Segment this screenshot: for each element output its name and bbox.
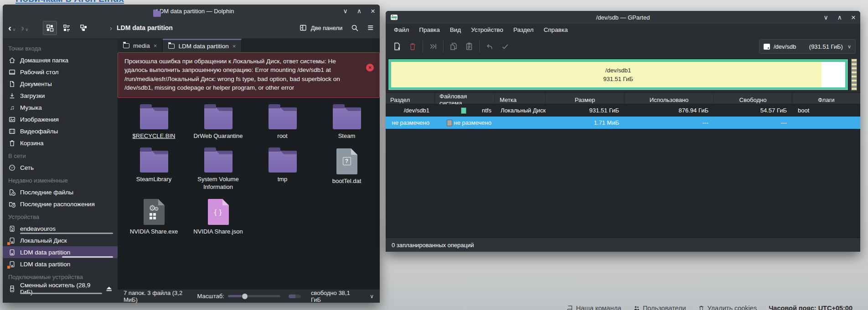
split-view-icon bbox=[299, 24, 307, 32]
sidebar-item-recent-locations[interactable]: Последние расположения bbox=[3, 198, 118, 210]
icons-view-icon bbox=[46, 24, 54, 32]
zoom-slider[interactable] bbox=[228, 295, 281, 297]
tab-close-icon[interactable]: × bbox=[232, 43, 236, 50]
device-path: /dev/sdb bbox=[774, 43, 796, 50]
table-row-selected[interactable]: не размечено не размечено 1.71 МиБ --- -… bbox=[386, 117, 860, 129]
file-item[interactable]: SteamLibrary bbox=[122, 147, 186, 191]
close-icon[interactable]: × bbox=[371, 7, 375, 15]
file-item[interactable]: root bbox=[250, 103, 315, 140]
copy-button[interactable] bbox=[446, 39, 461, 54]
table-empty-area bbox=[386, 129, 860, 238]
details-view-button[interactable] bbox=[60, 21, 74, 35]
breadcrumb[interactable]: › LDM data partition bbox=[110, 24, 173, 32]
menu-device[interactable]: Устройство bbox=[466, 25, 508, 35]
image-icon bbox=[8, 116, 16, 123]
footer-team-link[interactable]: Наша команда bbox=[567, 305, 621, 310]
tree-view-button[interactable] bbox=[77, 21, 91, 35]
sidebar-item-network[interactable]: Сеть bbox=[3, 162, 118, 173]
zoom-slider-knob[interactable] bbox=[242, 293, 248, 300]
json-file-icon: { } bbox=[208, 199, 229, 225]
split-view-button[interactable]: Две панели bbox=[299, 24, 343, 32]
back-button[interactable]: ‹∨ bbox=[8, 23, 15, 32]
executable-file-icon: ⚙⚙ bbox=[144, 199, 165, 225]
hard-drive-icon bbox=[8, 225, 16, 233]
maximize-icon[interactable]: ∧ bbox=[357, 8, 362, 14]
menu-file[interactable]: Файл bbox=[389, 25, 413, 35]
forward-button[interactable]: ›∨ bbox=[21, 23, 27, 32]
file-item[interactable]: System Volume Information bbox=[186, 147, 250, 191]
apply-button[interactable] bbox=[497, 39, 513, 54]
sidebar-item-desktop[interactable]: Рабочий стол bbox=[3, 66, 118, 78]
sidebar-item-music[interactable]: ♫ Музыка bbox=[3, 102, 118, 113]
dolphin-app-icon bbox=[153, 11, 161, 17]
menu-view[interactable]: Вид bbox=[445, 25, 465, 35]
sidebar-item-removable-media[interactable]: Сменный носитель (28,9 ГиБ) bbox=[3, 283, 118, 295]
sidebar-item-documents[interactable]: Документы bbox=[3, 78, 118, 90]
disk-visual-zone: /dev/sdb1 931.51 ГиБ bbox=[386, 57, 860, 92]
tab-close-icon[interactable]: × bbox=[154, 42, 157, 49]
footer-cookies-link[interactable]: Удалить cookies bbox=[698, 305, 757, 310]
footer-timezone: Часовой пояс: UTC+05:00 bbox=[769, 305, 852, 310]
partition-visual[interactable]: /dev/sdb1 931.51 ГиБ bbox=[388, 59, 848, 91]
recent-file-icon bbox=[8, 188, 16, 196]
maximize-icon[interactable]: ∧ bbox=[837, 14, 842, 20]
sidebar-item-downloads[interactable]: Загрузки bbox=[3, 90, 118, 102]
file-item[interactable]: tmp bbox=[250, 147, 315, 191]
resize-move-icon bbox=[429, 42, 438, 51]
trash-icon bbox=[8, 139, 16, 147]
usb-drive-icon bbox=[8, 285, 16, 293]
undo-button[interactable] bbox=[482, 39, 497, 54]
items-summary: 7 папок. 3 файла (3,2 МиБ) bbox=[124, 290, 197, 303]
tab-media[interactable]: media × bbox=[118, 39, 163, 52]
table-row[interactable]: /dev/sdb1 ntfs Локальный Диск 931.51 ГиБ… bbox=[386, 104, 860, 117]
resize-move-button[interactable] bbox=[425, 39, 441, 54]
file-item[interactable]: ⚙⚙ NVIDIA Share.exe bbox=[122, 197, 186, 236]
file-item[interactable]: $RECYCLE.BIN bbox=[122, 103, 186, 140]
new-partition-button[interactable] bbox=[389, 39, 405, 54]
device-selector[interactable]: /dev/sdb (931.51 ГиБ) ∨ bbox=[759, 39, 856, 54]
file-item[interactable]: Steam bbox=[315, 103, 379, 140]
gparted-titlebar[interactable]: /dev/sdb — GParted ∨ ∧ × bbox=[386, 11, 860, 24]
delete-partition-button[interactable] bbox=[405, 39, 420, 54]
sidebar-item-local-disk[interactable]: Локальный Диск bbox=[3, 234, 118, 246]
chevron-down-icon[interactable]: ∨ bbox=[370, 293, 374, 300]
close-icon[interactable]: × bbox=[851, 14, 856, 21]
icons-view-button[interactable] bbox=[43, 21, 57, 35]
file-item[interactable]: ? bootTel.dat bbox=[315, 147, 379, 191]
hard-drive-icon bbox=[8, 260, 16, 268]
paste-button[interactable] bbox=[461, 39, 477, 54]
sidebar-item-pictures[interactable]: Изображения bbox=[3, 113, 118, 125]
copy-icon bbox=[449, 42, 458, 51]
sidebar-item-endeavouros[interactable]: endeavouros bbox=[3, 223, 118, 234]
minimize-icon[interactable]: ∨ bbox=[343, 8, 348, 14]
gparted-menubar: Файл Правка Вид Устройство Раздел Справк… bbox=[386, 24, 860, 36]
sidebar-item-ldm-data-partition[interactable]: LDM data partition bbox=[3, 246, 118, 258]
search-icon[interactable] bbox=[351, 24, 359, 32]
menu-help[interactable]: Справка bbox=[539, 25, 573, 35]
network-icon bbox=[8, 164, 16, 172]
error-close-icon[interactable]: × bbox=[366, 64, 374, 71]
zoom-label: Масштаб: bbox=[197, 293, 224, 300]
paste-icon bbox=[465, 42, 474, 51]
hamburger-menu-icon[interactable]: ≡ bbox=[367, 23, 373, 33]
sidebar-item-recent-files[interactable]: Последние файлы bbox=[3, 186, 118, 198]
eject-icon[interactable] bbox=[106, 286, 112, 292]
dolphin-sidebar: Точки входа Домашняя папка Рабочий стол … bbox=[3, 39, 118, 303]
sidebar-item-home[interactable]: Домашняя папка bbox=[3, 54, 118, 66]
hard-drive-icon bbox=[8, 249, 16, 256]
menu-partition[interactable]: Раздел bbox=[509, 25, 538, 35]
menu-edit[interactable]: Правка bbox=[414, 25, 444, 35]
background-page-footer: Наша команда Пользователи Удалить cookie… bbox=[567, 305, 852, 310]
tab-ldm-data-partition[interactable]: LDM data partition × bbox=[163, 39, 242, 52]
dolphin-titlebar[interactable]: LDM data partition — Dolphin ∨ ∧ × bbox=[3, 5, 380, 17]
sidebar-item-videos[interactable]: Видеофайлы bbox=[3, 125, 118, 137]
minimize-icon[interactable]: ∨ bbox=[824, 14, 828, 20]
folder-icon bbox=[123, 43, 129, 48]
unknown-file-icon: ? bbox=[336, 148, 357, 174]
disk-icon bbox=[764, 44, 770, 50]
file-item[interactable]: DrWeb Quarantine bbox=[186, 103, 250, 140]
file-item[interactable]: { } NVIDIA Share.json bbox=[186, 197, 250, 236]
sidebar-item-ldm-data-partition-2[interactable]: LDM data partition bbox=[3, 258, 118, 270]
sidebar-item-trash[interactable]: Корзина bbox=[3, 137, 118, 149]
footer-users-link[interactable]: Пользователи bbox=[633, 305, 686, 310]
